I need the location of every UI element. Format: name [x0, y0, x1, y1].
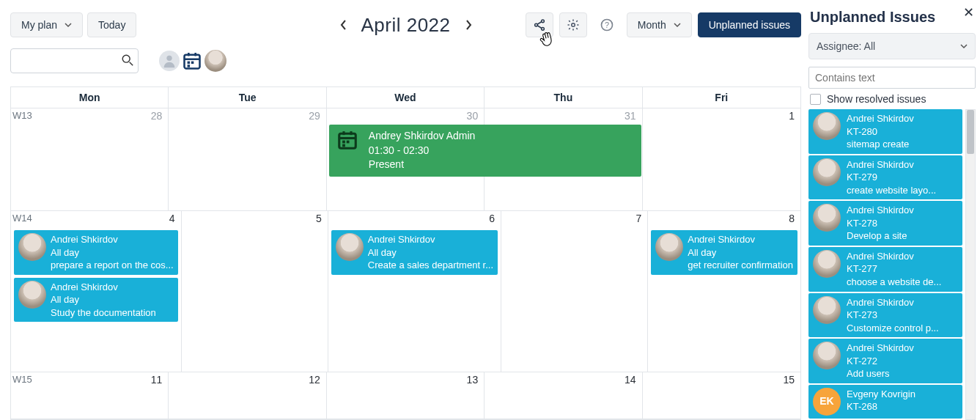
event-duration: All day: [51, 246, 174, 259]
day-cell[interactable]: 30 Andrey Shkirdov Admin 01:30 - 02:30 P…: [327, 108, 485, 210]
day-cell[interactable]: 11: [11, 372, 169, 419]
issue-card[interactable]: Andrei ShkirdovKT-277choose a website de…: [808, 247, 962, 292]
calendar-event[interactable]: Andrei Shkirdov All day Study the docume…: [14, 278, 178, 323]
search-input[interactable]: [10, 48, 139, 73]
chevron-down-icon: [674, 21, 681, 29]
issue-card[interactable]: EKEvgeny KovriginKT-268: [808, 385, 962, 419]
scrollbar-thumb[interactable]: [967, 110, 974, 154]
event-avatar: [18, 281, 46, 309]
issue-list: Andrei ShkirdovKT-280sitemap createAndre…: [808, 109, 962, 420]
event-title: Study the documentation: [51, 306, 156, 320]
calendar-icon[interactable]: [181, 50, 203, 72]
event-title: prepare a report on the cos...: [51, 259, 174, 272]
month-nav: April 2022: [336, 14, 475, 37]
svg-line-9: [130, 62, 133, 66]
svg-line-4: [537, 26, 542, 29]
calendar-event[interactable]: Andrei Shkirdov All day prepare a report…: [14, 230, 178, 275]
issue-title: create website layo...: [847, 184, 936, 197]
chevron-down-icon: [960, 43, 968, 50]
issue-avatar: [813, 204, 841, 232]
svg-point-8: [122, 55, 130, 62]
svg-rect-16: [191, 62, 194, 65]
calendar-week-row: W14 4 Andrei Shkirdov All day prepare a …: [11, 211, 800, 372]
day-cell[interactable]: 4 Andrei Shkirdov All day prepare a repo…: [11, 211, 182, 372]
filter-text-input[interactable]: [808, 67, 976, 89]
issue-avatar: [813, 342, 841, 369]
day-cell[interactable]: 13: [327, 372, 485, 419]
view-dropdown[interactable]: Month: [627, 12, 692, 37]
day-cell[interactable]: 1: [643, 108, 800, 210]
issue-key: KT-279: [847, 171, 936, 184]
day-cell[interactable]: 7: [501, 211, 648, 372]
unplanned-issues-button[interactable]: Unplanned issues: [698, 12, 801, 37]
calendar-event[interactable]: Andrei Shkirdov All day get recruiter co…: [651, 230, 797, 275]
calendar-week-row: W15 11 12 13 14 15: [11, 372, 800, 419]
day-cell[interactable]: 5: [182, 211, 328, 372]
issue-assignee: Andrei Shkirdov: [847, 296, 939, 309]
week-label: W14: [12, 213, 32, 224]
user-avatar[interactable]: [205, 50, 226, 72]
issue-title: sitemap create: [847, 138, 914, 151]
event-assignee: Andrey Shkirdov Admin: [369, 129, 476, 144]
issue-key: KT-272: [847, 355, 914, 368]
day-cell[interactable]: 6 Andrei Shkirdov All day Create a sales…: [328, 211, 501, 372]
event-assignee: Andrei Shkirdov: [368, 233, 493, 246]
main-area: My plan Today April 2022: [0, 0, 804, 420]
day-cell[interactable]: 28: [11, 108, 169, 210]
issue-avatar: [813, 112, 841, 140]
calendar-icon: [336, 129, 358, 151]
close-panel-button[interactable]: ✕: [963, 4, 974, 21]
weekday-label: Fri: [643, 87, 800, 108]
help-button[interactable]: ?: [593, 12, 621, 37]
calendar-grid: Mon Tue Wed Thu Fri W13 28 29 30: [10, 86, 801, 420]
settings-button[interactable]: [559, 12, 587, 37]
day-cell[interactable]: 15: [643, 372, 800, 419]
week-label: W13: [12, 110, 32, 121]
event-avatar: [336, 233, 364, 261]
people-icon[interactable]: [159, 51, 180, 71]
issue-card[interactable]: Andrei ShkirdovKT-273Customize control p…: [808, 293, 962, 338]
issue-card[interactable]: Andrei ShkirdovKT-279create website layo…: [808, 155, 962, 200]
event-title: Present: [369, 158, 476, 172]
issue-key: KT-268: [847, 400, 915, 413]
event-assignee: Andrei Shkirdov: [51, 281, 156, 294]
issue-avatar: [813, 296, 841, 324]
prev-month-button[interactable]: [336, 18, 350, 32]
day-cell[interactable]: 12: [169, 372, 326, 419]
svg-rect-15: [188, 62, 191, 65]
issue-card[interactable]: Andrei ShkirdovKT-278Develop a site: [808, 201, 962, 246]
day-cell[interactable]: 8 Andrei Shkirdov All day get recruiter …: [648, 211, 800, 372]
issue-assignee: Andrei Shkirdov: [847, 204, 914, 217]
calendar-week-row: W13 28 29 30 Andrey Shkirdov Admin 01:30…: [11, 108, 800, 211]
issue-card[interactable]: Andrei ShkirdovKT-272Add users: [808, 339, 962, 383]
issue-card[interactable]: Andrei ShkirdovKT-280sitemap create: [808, 109, 962, 154]
today-button[interactable]: Today: [87, 12, 136, 37]
calendar-event[interactable]: Andrei Shkirdov All day Create a sales d…: [331, 230, 498, 275]
share-button[interactable]: [526, 12, 553, 37]
my-plan-dropdown[interactable]: My plan: [10, 12, 83, 37]
issue-title: Add users: [847, 367, 914, 380]
share-icon: [533, 18, 546, 32]
issue-key: KT-273: [847, 309, 939, 322]
day-cell[interactable]: 29: [169, 108, 326, 210]
weekday-label: Wed: [327, 87, 485, 108]
event-duration: All day: [688, 246, 793, 259]
issue-key: KT-278: [847, 217, 914, 230]
issue-key: KT-280: [847, 125, 914, 139]
svg-point-10: [166, 56, 172, 61]
next-month-button[interactable]: [461, 18, 476, 32]
week-label: W15: [12, 374, 32, 385]
issue-assignee: Evgeny Kovrigin: [847, 388, 915, 401]
day-cell[interactable]: 14: [485, 372, 642, 419]
scrollbar[interactable]: [965, 109, 976, 420]
calendar-header: Mon Tue Wed Thu Fri: [11, 86, 800, 108]
month-title: April 2022: [361, 14, 450, 37]
day-cell[interactable]: 31: [485, 108, 642, 210]
show-resolved-checkbox[interactable]: Show resolved issues: [808, 93, 976, 105]
svg-text:?: ?: [605, 21, 609, 29]
issue-assignee: Andrei Shkirdov: [847, 112, 914, 125]
issue-avatar: [813, 158, 841, 186]
issue-assignee: Andrei Shkirdov: [847, 342, 914, 355]
assignee-dropdown[interactable]: Assignee: All: [808, 33, 976, 59]
event-assignee: Andrei Shkirdov: [688, 233, 793, 246]
